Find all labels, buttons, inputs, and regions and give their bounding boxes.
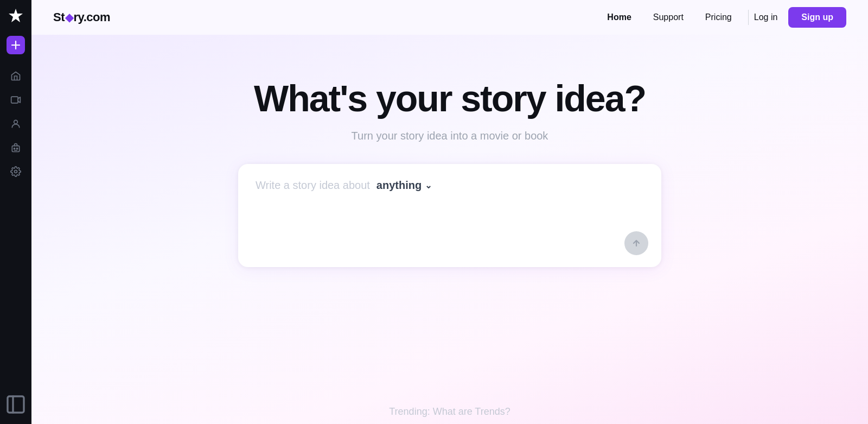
signup-button[interactable]: Sign up	[788, 7, 846, 28]
bottom-hint-text: Trending: What are Trends?	[389, 406, 510, 424]
sidebar-item-video[interactable]	[5, 89, 27, 111]
header: St◆ry.com Home Support Pricing Log in Si…	[31, 0, 868, 35]
svg-rect-3	[12, 146, 19, 152]
header-divider	[748, 10, 749, 25]
sidebar-item-settings[interactable]	[5, 161, 27, 182]
chevron-down-icon: ⌄	[425, 180, 432, 191]
nav-home[interactable]: Home	[607, 12, 631, 22]
brand-logo[interactable]: St◆ry.com	[53, 10, 110, 24]
sidebar-item-panel[interactable]	[5, 394, 27, 415]
svg-point-6	[15, 170, 17, 173]
brand-name: St◆ry.com	[53, 10, 110, 24]
nav-pricing[interactable]: Pricing	[705, 12, 732, 22]
hero-title: What's your story idea?	[254, 78, 646, 119]
svg-rect-1	[11, 97, 18, 103]
sidebar-item-ai[interactable]	[5, 137, 27, 159]
story-input-placeholder: Write a story idea about	[256, 179, 370, 192]
story-category-button[interactable]: anything ⌄	[376, 179, 432, 192]
svg-point-4	[14, 148, 15, 149]
logo-diamond-icon: ◆	[65, 11, 73, 24]
sidebar-nav	[5, 63, 27, 394]
svg-point-2	[14, 120, 18, 124]
login-link[interactable]: Log in	[754, 12, 778, 22]
sidebar-logo[interactable]	[0, 0, 31, 31]
nav-support[interactable]: Support	[653, 12, 684, 22]
svg-rect-7	[8, 396, 24, 413]
sidebar-item-profile[interactable]	[5, 113, 27, 135]
main-content: St◆ry.com Home Support Pricing Log in Si…	[31, 0, 868, 424]
sidebar	[0, 0, 31, 424]
header-nav: Home Support Pricing	[607, 12, 731, 22]
story-category-label: anything	[376, 179, 422, 192]
story-submit-button[interactable]	[624, 231, 648, 255]
story-input-box[interactable]: Write a story idea about anything ⌄	[238, 164, 661, 267]
sidebar-item-home[interactable]	[5, 65, 27, 87]
svg-point-5	[17, 148, 18, 149]
story-input-row: Write a story idea about anything ⌄	[256, 179, 644, 192]
hero-subtitle: Turn your story idea into a movie or boo…	[352, 130, 548, 142]
hero-section: What's your story idea? Turn your story …	[31, 35, 868, 424]
sidebar-bottom	[5, 394, 27, 424]
add-button[interactable]	[7, 36, 25, 54]
svg-marker-0	[9, 9, 23, 22]
